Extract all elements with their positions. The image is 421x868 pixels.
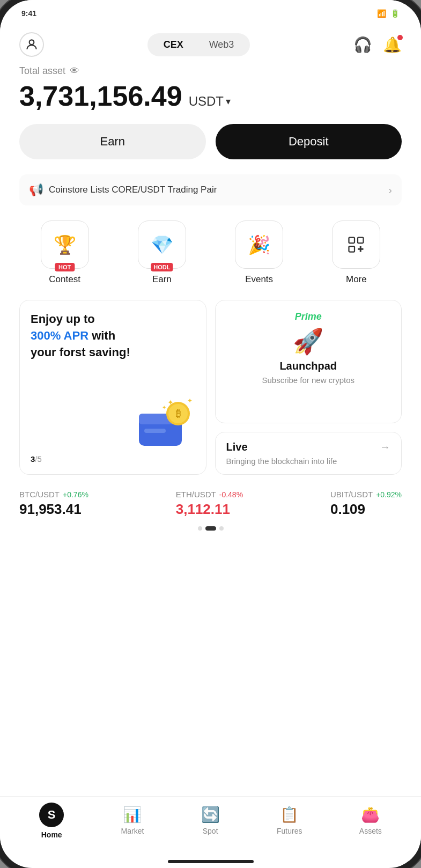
svg-rect-6 [144,429,166,433]
svg-rect-2 [358,238,364,244]
launchpad-subtitle: Subscribe for new cryptos [262,376,354,385]
dot-2-active [205,526,216,531]
apr-text: 300% APR [31,329,88,342]
main-content: Total asset 👁 3,731,156.49 USDT ▾ Earn D… [0,65,421,796]
assets-icon: 👛 [361,806,380,823]
svg-text:₿: ₿ [175,408,180,419]
nav-market-label: Market [121,827,144,835]
notification-bell[interactable]: 🔔 [383,36,402,54]
svg-rect-1 [349,238,355,244]
eth-pair-change: ETH/USDT -0.48% [176,490,243,499]
prime-label: Prime [295,311,322,322]
ticker-dots [19,526,402,531]
ticker-eth[interactable]: ETH/USDT -0.48% 3,112.11 [176,490,243,518]
svg-text:✦: ✦ [167,398,174,407]
megaphone-icon: 📢 [29,183,43,197]
status-bar: 9:41 📶 🔋 [0,0,421,27]
home-indicator-bar [0,855,421,868]
btc-price: 91,953.41 [19,501,88,518]
header-icons: 🎧 🔔 [353,36,402,54]
events-label: Events [245,274,273,285]
events-icon: 🎉 [248,234,270,255]
support-icon[interactable]: 🎧 [353,36,372,54]
market-icon: 📊 [123,806,142,823]
nav-assets[interactable]: 👛 Assets [359,806,382,835]
savings-card-text: Enjoy up to 300% APR with your forst sav… [31,311,195,361]
wallet-illustration: ₿ ✦ ✦ ✦ [31,398,195,451]
dot-3 [219,526,224,531]
pagination: 3/5 [31,454,195,464]
notification-dot [397,35,403,40]
home-indicator [168,860,254,863]
nav-assets-label: Assets [359,827,382,835]
action-buttons: Earn Deposit [19,124,402,159]
announcement-bar[interactable]: 📢 Coinstore Lists CORE/USDT Trading Pair… [19,174,402,205]
earn-label: Earn [152,274,172,285]
shortcut-earn[interactable]: 💎 HODL Earn [116,220,207,285]
svg-rect-3 [349,246,355,252]
asset-section: Total asset 👁 3,731,156.49 USDT ▾ [19,65,402,112]
dot-1 [198,526,202,531]
asset-number: 3,731,156.49 [19,80,182,112]
futures-icon: 📋 [280,806,299,823]
rocket-icon: 🚀 [293,327,323,356]
more-icon-wrap [332,220,380,269]
nav-spot-label: Spot [203,827,218,835]
nav-futures[interactable]: 📋 Futures [277,806,302,835]
nav-futures-label: Futures [277,827,302,835]
dropdown-arrow: ▾ [226,95,231,107]
asset-amount: 3,731,156.49 USDT ▾ [19,80,402,112]
live-card-header: Live → [226,441,391,453]
spot-icon: 🔄 [201,806,220,823]
tab-web3[interactable]: Web3 [197,36,246,54]
ubit-price: 0.109 [330,501,402,518]
live-subtitle: Bringing the blockchain into life [226,457,391,466]
eth-change: -0.48% [219,490,243,499]
ticker-btc[interactable]: BTC/USDT +0.76% 91,953.41 [19,490,88,518]
ticker-section: BTC/USDT +0.76% 91,953.41 ETH/USDT -0.48… [19,490,402,531]
nav-market[interactable]: 📊 Market [121,806,144,835]
ticker-ubit[interactable]: UBIT/USDT +0.92% 0.109 [330,490,402,518]
contest-icon-wrap: 🏆 HOT [41,220,89,269]
announcement-content: 📢 Coinstore Lists CORE/USDT Trading Pair [29,183,217,197]
svg-text:✦: ✦ [162,404,166,410]
live-arrow-icon: → [380,441,390,453]
announcement-text: Coinstore Lists CORE/USDT Trading Pair [49,185,217,195]
launchpad-title: Launchpad [279,360,337,372]
phone-shell: 9:41 📶 🔋 CEX Web3 🎧 🔔 [0,0,421,868]
ticker-row: BTC/USDT +0.76% 91,953.41 ETH/USDT -0.48… [19,490,402,518]
hot-badge: HOT [55,263,75,271]
shortcut-more[interactable]: More [311,220,402,285]
deposit-button[interactable]: Deposit [216,124,402,159]
live-card[interactable]: Live → Bringing the blockchain into life [215,432,402,475]
nav-home-label: Home [41,830,62,839]
shortcut-grid: 🏆 HOT Contest 💎 HODL Earn 🎉 Events [19,220,402,285]
eth-price: 3,112.11 [176,501,243,518]
bottom-nav: S Home 📊 Market 🔄 Spot 📋 Futures 👛 Asset… [0,796,421,855]
btc-pair-change: BTC/USDT +0.76% [19,490,88,499]
asset-currency[interactable]: USDT ▾ [189,94,231,109]
eye-icon[interactable]: 👁 [70,65,79,77]
launchpad-card[interactable]: Prime 🚀 Launchpad Subscribe for new cryp… [215,300,402,423]
tab-cex[interactable]: CEX [152,36,195,54]
shortcut-events[interactable]: 🎉 Events [214,220,305,285]
ubit-pair-change: UBIT/USDT +0.92% [330,490,402,499]
profile-icon[interactable] [19,32,44,57]
nav-home[interactable]: S Home [39,803,64,839]
savings-card[interactable]: Enjoy up to 300% APR with your forst sav… [19,300,206,475]
contest-icon: 🏆 [54,234,76,255]
earn-icon: 💎 [151,234,173,255]
exchange-tabs: CEX Web3 [147,33,250,56]
svg-text:✦: ✦ [187,398,193,404]
earn-button[interactable]: Earn [19,124,206,159]
ubit-change: +0.92% [376,490,402,499]
more-label: More [346,274,367,285]
shortcut-contest[interactable]: 🏆 HOT Contest [19,220,110,285]
cards-grid: Enjoy up to 300% APR with your forst sav… [19,300,402,475]
header: CEX Web3 🎧 🔔 [0,27,421,65]
nav-spot[interactable]: 🔄 Spot [201,806,220,835]
hodl-badge: HODL [151,263,173,271]
svg-point-0 [29,40,34,45]
events-icon-wrap: 🎉 [235,220,283,269]
live-title: Live [226,441,248,453]
